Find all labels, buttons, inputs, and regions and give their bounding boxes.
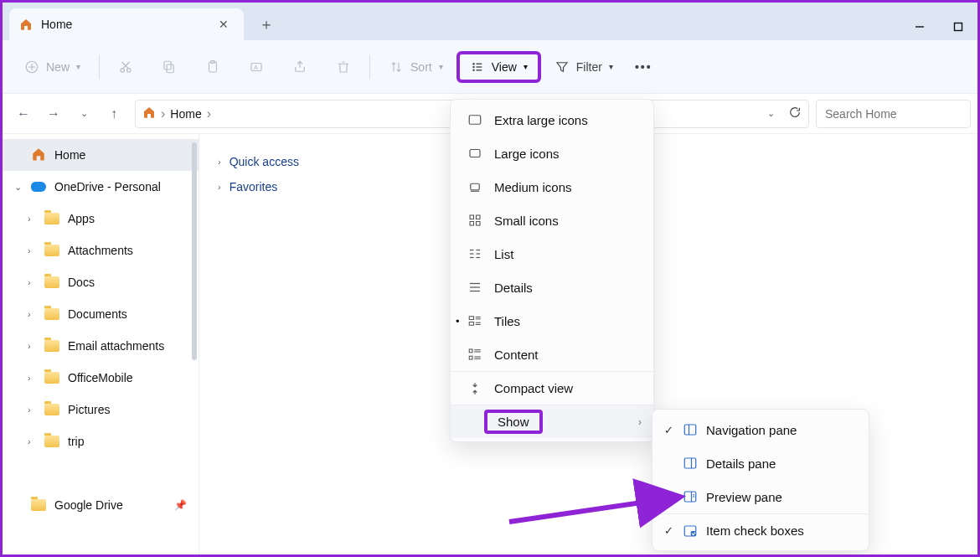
cut-button[interactable] <box>110 51 142 83</box>
menu-item-extra-large-icons[interactable]: Extra large icons <box>451 103 653 137</box>
svg-rect-26 <box>477 215 481 219</box>
breadcrumb-separator: › <box>207 106 211 121</box>
menu-item-label: Small icons <box>494 214 559 228</box>
menu-item-details[interactable]: Details <box>451 271 653 304</box>
sort-label: Sort <box>410 60 432 74</box>
sidebar-item-apps[interactable]: ›Apps <box>3 203 199 235</box>
view-label: View <box>492 60 517 74</box>
new-tab-button[interactable]: ＋ <box>244 8 289 40</box>
menu-item-show[interactable]: Show› <box>451 405 653 438</box>
copy-button[interactable] <box>153 51 185 83</box>
sidebar-item-trip[interactable]: ›trip <box>3 425 199 457</box>
sidebar-item-label: Pictures <box>68 403 111 416</box>
up-button[interactable]: ↑ <box>100 100 128 128</box>
menu-item-small-icons[interactable]: Small icons <box>451 204 653 237</box>
chevron-down-icon[interactable]: ⌄ <box>14 182 22 193</box>
chevron-right-icon[interactable]: › <box>28 214 31 224</box>
chevron-right-icon[interactable]: › <box>28 341 31 351</box>
scrollbar[interactable] <box>192 142 197 360</box>
chevron-right-icon[interactable]: › <box>28 309 31 319</box>
sidebar-item-label: Email attachments <box>68 339 164 353</box>
share-button[interactable] <box>284 51 316 83</box>
filter-button[interactable]: Filter ▾ <box>546 51 622 83</box>
filter-label: Filter <box>576 60 602 74</box>
sidebar-item-pictures[interactable]: ›Pictures <box>3 394 199 425</box>
back-button[interactable]: ← <box>9 100 38 128</box>
menu-item-tiles[interactable]: •Tiles <box>451 304 653 338</box>
chevron-down-icon: ▾ <box>439 62 443 71</box>
svg-rect-22 <box>470 150 480 157</box>
sidebar-item-attachments[interactable]: ›Attachments <box>3 235 199 266</box>
rename-button[interactable]: A <box>240 51 272 83</box>
sidebar-item-documents[interactable]: ›Documents <box>3 298 199 330</box>
menu-item-label: Tiles <box>494 314 520 328</box>
menu-item-list[interactable]: List <box>451 237 653 271</box>
recent-locations-button[interactable]: ⌄ <box>70 100 98 128</box>
menu-item-compact-view[interactable]: Compact view <box>451 371 653 405</box>
group-label: Quick access <box>230 155 299 168</box>
view-button[interactable]: View ▾ <box>456 51 541 83</box>
details-pane-icon <box>683 456 698 471</box>
chevron-right-icon[interactable]: › <box>28 373 31 383</box>
sidebar-item-onedrive[interactable]: ⌄ OneDrive - Personal <box>3 171 199 203</box>
svg-rect-45 <box>469 356 472 359</box>
svg-rect-21 <box>469 116 481 125</box>
close-icon[interactable]: ✕ <box>214 16 234 33</box>
forward-button[interactable]: → <box>39 100 68 128</box>
menu-item-label: Medium icons <box>494 180 572 194</box>
pin-icon[interactable]: 📌 <box>174 499 187 511</box>
svg-rect-1 <box>955 23 962 31</box>
minimize-button[interactable] <box>900 13 939 40</box>
chevron-right-icon: › <box>218 157 221 167</box>
sidebar-item-officemobile[interactable]: ›OfficeMobile <box>3 362 199 394</box>
menu-item-large-icons[interactable]: Large icons <box>451 137 653 170</box>
svg-rect-44 <box>469 349 472 353</box>
menu-item-details-pane[interactable]: Details pane <box>652 446 869 480</box>
paste-button[interactable] <box>197 51 229 83</box>
sidebar-item-label: trip <box>68 435 84 448</box>
compact-view-icon <box>467 381 482 396</box>
maximize-button[interactable] <box>939 13 977 40</box>
svg-rect-28 <box>477 222 481 226</box>
refresh-button[interactable] <box>788 106 802 122</box>
svg-rect-9 <box>167 64 173 73</box>
search-input[interactable] <box>825 107 962 121</box>
menu-item-navigation-pane[interactable]: ✓Navigation pane <box>652 413 869 446</box>
sidebar-item-email-attachments[interactable]: ›Email attachments <box>3 330 199 362</box>
separator <box>99 55 100 79</box>
breadcrumb-home[interactable]: Home <box>170 107 201 121</box>
sidebar-item-google-drive[interactable]: Google Drive 📌 <box>3 489 199 521</box>
menu-item-label: Content <box>494 348 539 362</box>
chevron-right-icon[interactable]: › <box>28 277 31 287</box>
folder-icon <box>31 499 46 511</box>
menu-item-medium-icons[interactable]: Medium icons <box>451 170 653 204</box>
home-icon <box>31 147 46 164</box>
sidebar-item-label: OfficeMobile <box>68 371 133 384</box>
menu-item-item-check-boxes[interactable]: ✓Item check boxes <box>652 513 869 547</box>
chevron-right-icon[interactable]: › <box>28 245 31 255</box>
medium-icons-icon <box>467 179 482 194</box>
sidebar-item-home[interactable]: Home <box>3 139 199 171</box>
new-button[interactable]: New ▾ <box>16 51 89 83</box>
svg-rect-23 <box>471 183 480 190</box>
sidebar-item-docs[interactable]: ›Docs <box>3 266 199 298</box>
chevron-right-icon[interactable]: › <box>28 405 31 415</box>
home-icon <box>19 18 33 31</box>
menu-item-content[interactable]: Content <box>451 338 653 371</box>
folder-icon <box>44 308 59 320</box>
content-icon <box>467 347 482 362</box>
window-controls <box>900 13 977 40</box>
tab-home[interactable]: Home ✕ <box>9 8 244 40</box>
svg-rect-38 <box>469 317 473 320</box>
search-box[interactable] <box>816 100 971 128</box>
tiles-icon <box>467 313 482 328</box>
menu-item-preview-pane[interactable]: Preview pane <box>652 480 869 513</box>
check-icon: ✓ <box>664 524 673 537</box>
delete-button[interactable] <box>328 51 359 83</box>
chevron-right-icon[interactable]: › <box>28 436 31 446</box>
view-menu: Extra large icons Large icons Medium ico… <box>450 99 654 442</box>
sort-button[interactable]: Sort ▾ <box>380 51 451 83</box>
more-button[interactable]: ••• <box>627 51 661 83</box>
folder-icon <box>44 340 59 352</box>
address-dropdown-button[interactable]: ⌄ <box>767 108 775 119</box>
